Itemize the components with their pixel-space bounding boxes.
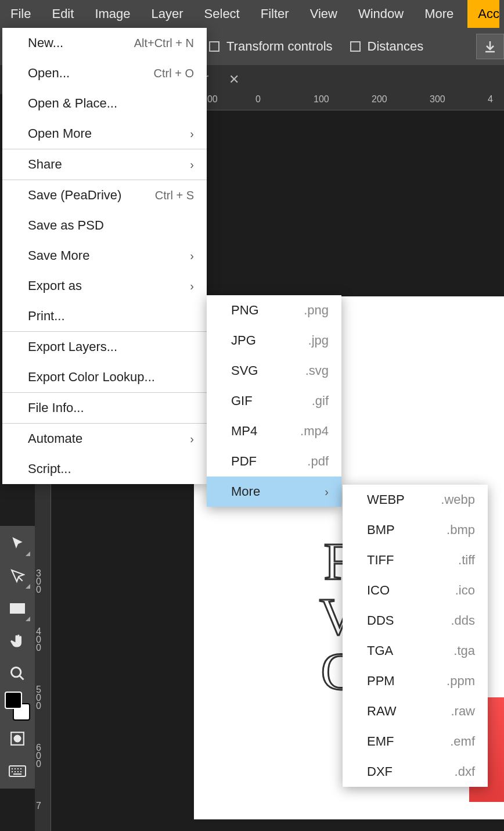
menu-item-ext: .dds xyxy=(451,613,475,628)
quickmask-icon xyxy=(10,731,25,746)
export-tiff[interactable]: TIFF .tiff xyxy=(343,545,488,575)
opt-transform-controls-label: Transform controls xyxy=(226,39,333,54)
menu-item-label: Open & Place... xyxy=(28,96,117,111)
opt-transform-controls[interactable]: Transform controls xyxy=(209,39,333,54)
tool-select[interactable] xyxy=(5,563,30,589)
file-menu-print[interactable]: Print... xyxy=(2,301,207,331)
menu-item-label: Save (PeaDrive) xyxy=(28,188,121,203)
export-dxf[interactable]: DXF .dxf xyxy=(343,757,488,787)
file-menu-save-more[interactable]: Save More › xyxy=(2,241,207,271)
menu-item-shortcut: Alt+Ctrl + N xyxy=(134,37,194,50)
menu-item-ext: .mp4 xyxy=(300,424,329,439)
menu-filter[interactable]: Filter xyxy=(250,0,300,28)
file-menu-open-more[interactable]: Open More › xyxy=(2,119,207,149)
cursor-icon xyxy=(10,536,25,551)
tool-keyboard[interactable] xyxy=(5,758,30,784)
menu-item-label: PPM xyxy=(367,674,395,689)
menu-item-ext: .bmp xyxy=(447,522,475,538)
export-bmp[interactable]: BMP .bmp xyxy=(343,515,488,545)
menu-item-ext: .ico xyxy=(455,583,475,598)
file-menu-script[interactable]: Script... xyxy=(2,454,207,484)
ruler-v-tick: 7 xyxy=(36,802,43,810)
export-pdf[interactable]: PDF .pdf xyxy=(207,446,341,477)
menu-image[interactable]: Image xyxy=(84,0,141,28)
file-menu-open-place[interactable]: Open & Place... xyxy=(2,88,207,119)
menu-item-ext: .jpg xyxy=(308,333,329,348)
menu-item-label: Script... xyxy=(28,461,71,477)
menu-item-label: Save as PSD xyxy=(28,218,104,233)
file-menu-automate[interactable]: Automate › xyxy=(2,424,207,454)
chevron-right-icon: › xyxy=(325,485,329,499)
export-dds[interactable]: DDS .dds xyxy=(343,606,488,636)
menu-item-label: Export Color Lookup... xyxy=(28,370,155,385)
tool-color-swatch[interactable] xyxy=(5,693,30,719)
export-svg[interactable]: SVG .svg xyxy=(207,356,341,386)
menu-layer[interactable]: Layer xyxy=(141,0,194,28)
menu-view[interactable]: View xyxy=(300,0,348,28)
file-menu-new[interactable]: New... Alt+Ctrl + N xyxy=(2,28,207,58)
export-gif[interactable]: GIF .gif xyxy=(207,386,341,416)
export-more-submenu: WEBP .webp BMP .bmp TIFF .tiff ICO .ico … xyxy=(343,485,488,787)
opt-distances[interactable]: Distances xyxy=(350,39,424,54)
file-menu-save[interactable]: Save (PeaDrive) Ctrl + S xyxy=(2,180,207,210)
svg-point-1 xyxy=(12,668,21,677)
chevron-right-icon: › xyxy=(190,280,194,293)
menubar: File Edit Image Layer Select Filter View… xyxy=(0,0,504,28)
menu-select[interactable]: Select xyxy=(194,0,250,28)
export-raw[interactable]: RAW .raw xyxy=(343,696,488,726)
cursor-cross-icon xyxy=(10,568,25,583)
menu-item-label: SVG xyxy=(231,363,258,378)
ruler-v-tick: 400 xyxy=(36,628,43,652)
export-ppm[interactable]: PPM .ppm xyxy=(343,666,488,696)
tool-quickmask[interactable] xyxy=(5,726,30,751)
export-jpg[interactable]: JPG .jpg xyxy=(207,325,341,356)
tool-hand[interactable] xyxy=(5,628,30,654)
export-png[interactable]: PNG .png xyxy=(207,295,341,325)
download-button[interactable] xyxy=(476,34,504,59)
file-menu-export-layers[interactable]: Export Layers... xyxy=(2,332,207,362)
keyboard-icon xyxy=(9,765,26,777)
ruler-h-tick: 4 xyxy=(488,94,493,105)
tool-rectangle[interactable] xyxy=(5,596,30,621)
menu-file[interactable]: File xyxy=(0,0,41,28)
export-as-submenu: PNG .png JPG .jpg SVG .svg GIF .gif MP4 … xyxy=(207,295,341,507)
file-menu-file-info[interactable]: File Info... xyxy=(2,393,207,423)
export-more[interactable]: More › xyxy=(207,477,341,507)
file-menu-open[interactable]: Open... Ctrl + O xyxy=(2,58,207,88)
ruler-h-tick: 0 xyxy=(255,94,261,105)
export-emf[interactable]: EMF .emf xyxy=(343,726,488,757)
tab-close-button[interactable]: ✕ xyxy=(224,70,244,89)
menu-item-ext: .png xyxy=(304,303,329,318)
menu-item-label: ICO xyxy=(367,583,390,598)
menu-more[interactable]: More xyxy=(414,0,464,28)
menu-account[interactable]: Acc xyxy=(467,0,499,28)
menu-item-label: Print... xyxy=(28,309,65,324)
chevron-right-icon: › xyxy=(190,249,194,263)
menu-edit[interactable]: Edit xyxy=(41,0,84,28)
menu-item-label: EMF xyxy=(367,734,394,749)
download-icon xyxy=(483,40,497,53)
menu-window[interactable]: Window xyxy=(348,0,414,28)
tool-move[interactable] xyxy=(5,531,30,556)
export-mp4[interactable]: MP4 .mp4 xyxy=(207,416,341,446)
file-menu-share[interactable]: Share › xyxy=(2,149,207,180)
menu-item-ext: .webp xyxy=(441,492,475,507)
chevron-right-icon: › xyxy=(190,158,194,171)
svg-point-3 xyxy=(15,736,21,742)
svg-rect-0 xyxy=(10,603,25,614)
menu-item-label: RAW xyxy=(367,704,397,719)
ruler-h-tick: 100 xyxy=(314,94,329,105)
menu-item-ext: .ppm xyxy=(447,674,475,689)
export-tga[interactable]: TGA .tga xyxy=(343,636,488,666)
export-webp[interactable]: WEBP .webp xyxy=(343,485,488,515)
file-menu-export-as[interactable]: Export as › xyxy=(2,271,207,301)
menu-item-label: Open More xyxy=(28,126,92,141)
export-ico[interactable]: ICO .ico xyxy=(343,575,488,606)
tool-zoom[interactable] xyxy=(5,661,30,686)
menu-item-ext: .raw xyxy=(451,704,475,719)
left-toolbar xyxy=(0,526,35,789)
menu-item-shortcut: Ctrl + S xyxy=(155,189,194,202)
checkbox-icon xyxy=(350,41,361,52)
file-menu-export-color-lookup[interactable]: Export Color Lookup... xyxy=(2,362,207,392)
file-menu-save-psd[interactable]: Save as PSD xyxy=(2,210,207,241)
